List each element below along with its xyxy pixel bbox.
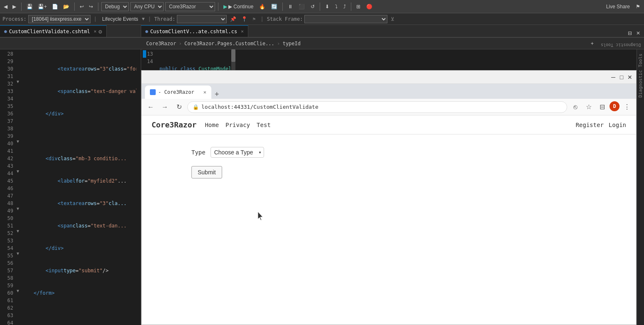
nav-link-register[interactable]: Register [575, 122, 603, 128]
nav-link-home[interactable]: Home [205, 122, 219, 128]
right-tab-active[interactable]: ● CustomClientV...ate.cshtml.cs ✕ [141, 25, 248, 37]
breakpoints-button[interactable]: 🔴 [364, 3, 375, 10]
close-panel-button[interactable]: ✕ [634, 29, 642, 37]
browser-maximize[interactable]: □ [619, 74, 624, 80]
fold-40[interactable]: ▼ [17, 139, 20, 147]
split-view-button[interactable]: ⊟ [596, 101, 608, 113]
stack-frame-dropdown[interactable] [304, 15, 387, 23]
browser-new-tab-button[interactable]: + [211, 90, 223, 99]
right-tab-close[interactable]: ✕ [241, 29, 244, 34]
right-line-numbers: 13 14 [141, 49, 158, 70]
right-scroll-thumb[interactable] [231, 49, 235, 62]
left-vscroll[interactable] [137, 49, 141, 325]
type-form-row: Type Choose a Type Option 1 Option 2 [191, 147, 586, 158]
forward-button[interactable]: ▶ [10, 3, 18, 10]
save-button[interactable]: 💾 [24, 3, 35, 10]
line-33: <label for="myfield2"... [22, 177, 137, 185]
debug-config-dropdown[interactable]: Debug [101, 2, 129, 11]
fold-63[interactable]: ▼ [17, 288, 20, 296]
line-34: <textarea rows="3" cla... [22, 200, 137, 207]
debug-windows-button[interactable]: ⊞ [354, 3, 362, 10]
site-brand[interactable]: Core3Razor [152, 120, 196, 129]
step-over-button[interactable]: ⬇ [323, 3, 331, 10]
feedback-button[interactable]: ⚑ [634, 3, 642, 10]
fold-54[interactable]: ▼ [17, 229, 20, 236]
breadcrumb-part3[interactable]: typeId [283, 41, 301, 46]
back-button[interactable]: ◀ [2, 3, 10, 10]
breadcrumb-part1[interactable]: Core3Razor [146, 41, 176, 46]
breadcrumb-bar: Core3Razor › Core3Razor.Pages.CustomClie… [0, 38, 644, 49]
stack-frame-label: Stack Frame: [267, 16, 303, 22]
line-numbers: 28293031 32333435 36373839 40414243 4445… [0, 49, 17, 325]
right-code-panel: 13 14 public class CustomModel { [141, 49, 637, 325]
save-all-button[interactable]: 💾+ [36, 3, 49, 10]
continue-button[interactable]: ▶ ▶ Continue [221, 3, 255, 10]
thread-dropdown[interactable] [177, 15, 227, 23]
right-scrollbar[interactable] [231, 49, 235, 70]
fire-button[interactable]: 🔥 [257, 3, 267, 10]
browser-tab-favicon [150, 89, 156, 95]
undo-button[interactable]: ↩ [78, 3, 86, 10]
redo-button[interactable]: ↪ [87, 3, 95, 10]
lifecycle-arrow: ▼ [142, 16, 145, 22]
menu-button[interactable]: ⋮ [621, 101, 633, 113]
nav-link-test[interactable]: Test [257, 122, 271, 128]
thread-label: Thread: [154, 16, 176, 22]
browser-minimize[interactable]: ─ [610, 74, 616, 80]
fold-44[interactable]: ▼ [17, 169, 20, 176]
right-tab-filename: CustomClientV...ate.cshtml.cs [150, 29, 238, 34]
live-share-button[interactable]: Live Share [604, 3, 632, 10]
breadcrumb-part2[interactable]: Core3Razor.Pages.CustomClie... [184, 41, 274, 46]
share-button[interactable]: ⎋ [570, 101, 581, 113]
cpu-dropdown[interactable]: Any CPU [130, 2, 164, 11]
type-select[interactable]: Choose a Type Option 1 Option 2 [211, 147, 264, 158]
submit-button[interactable]: Submit [191, 166, 222, 178]
browser-back-button[interactable]: ← [145, 101, 157, 113]
split-editor-button[interactable]: ⊟ [626, 29, 634, 37]
stop-button[interactable]: ⬛ [296, 3, 307, 10]
line-38: </form> [22, 289, 137, 297]
left-tab-settings[interactable]: ⚙ [98, 28, 102, 35]
sep-icon3: ⚑ [252, 16, 255, 22]
sep-pipe2: | [148, 16, 151, 22]
restart-all-button[interactable]: 🔄 [269, 3, 279, 10]
browser-tab-active[interactable]: - Core3Razor ✕ [145, 86, 211, 99]
lifecycle-events-button[interactable]: Lifecycle Events [100, 15, 140, 23]
right-tab-icon: ● [145, 29, 148, 34]
sep1 [21, 2, 22, 11]
fold-57[interactable]: ▼ [17, 251, 20, 259]
cursor-area [258, 212, 586, 222]
sep2 [74, 2, 75, 11]
open-file-button[interactable]: 📂 [61, 3, 71, 10]
browser-tab-close[interactable]: ✕ [203, 89, 206, 95]
sep-icon1: 📌 [230, 16, 236, 22]
nav-link-login[interactable]: Login [609, 122, 626, 128]
process-bar: Process: [18064] iisexpress.exe | Lifecy… [0, 13, 644, 25]
add-breadcrumb-button[interactable]: + [589, 40, 596, 47]
line-28: <textarea rows="3" class="form-control d… [22, 65, 137, 73]
left-tab-active[interactable]: ● CustomClientValidate.cshtml ✕ ⚙ [0, 25, 107, 37]
breadcrumb-actions: + [589, 40, 596, 47]
browser-close[interactable]: ✕ [627, 74, 633, 80]
undo-redo: ↩ ↪ [78, 3, 95, 10]
step-into-button[interactable]: ⤵ [333, 3, 340, 10]
restart-button[interactable]: ↺ [309, 3, 317, 10]
bookmark-button[interactable]: ☆ [583, 101, 595, 113]
step-out-button[interactable]: ⤴ [341, 3, 348, 10]
type-select-wrapper: Choose a Type Option 1 Option 2 [211, 147, 264, 158]
fold-51[interactable]: ▼ [17, 206, 20, 214]
code-lines: <textarea rows="3" class="form-control d… [20, 49, 137, 325]
project-dropdown[interactable]: Core3Razor [165, 2, 215, 11]
browser-refresh-button[interactable]: ↻ [173, 101, 185, 113]
nav-link-privacy[interactable]: Privacy [225, 122, 250, 128]
breadcrumb-sep1: › [179, 40, 182, 46]
fold-32[interactable]: ▼ [17, 79, 20, 87]
break-all-button[interactable]: ⏸ [286, 3, 295, 10]
line-39 [22, 312, 137, 319]
process-dropdown[interactable]: [18064] iisexpress.exe [28, 15, 91, 23]
browser-forward-button[interactable]: → [159, 101, 171, 113]
new-file-button[interactable]: 📄 [50, 3, 60, 10]
address-bar[interactable]: 🔒 localhost:44331/CustomClientValidate [187, 101, 567, 113]
sep7 [351, 2, 351, 11]
left-tab-close[interactable]: ✕ [94, 29, 97, 34]
